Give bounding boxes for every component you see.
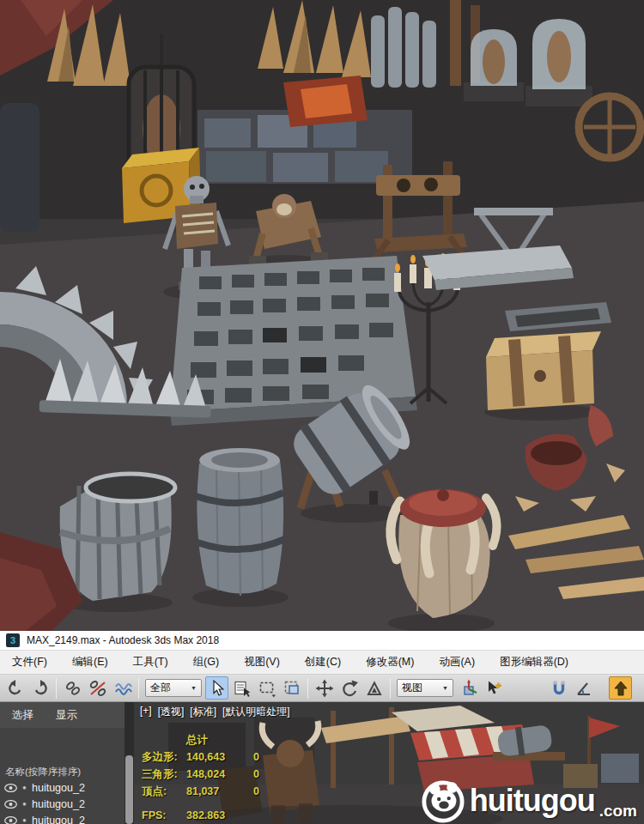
- menu-item-animation[interactable]: 动画(A): [439, 655, 475, 670]
- app-window: 3 MAX_2149.max - Autodesk 3ds Max 2018 文…: [0, 0, 644, 824]
- stats-value: 140,643: [186, 748, 253, 766]
- fps-label: FPS:: [142, 807, 186, 824]
- space-warp-icon: [113, 679, 132, 698]
- name-sort-header[interactable]: 名称(按降序排序): [5, 766, 81, 779]
- object-name: huitugou_2: [32, 798, 85, 810]
- angle-snap-icon: [574, 679, 593, 698]
- object-dot-icon: ●: [21, 784, 28, 791]
- undo-button[interactable]: [3, 676, 27, 700]
- rectangular-selection-region-button[interactable]: [255, 676, 278, 700]
- chest: [484, 331, 601, 421]
- select-by-name-button[interactable]: [230, 676, 253, 700]
- window-title: MAX_2149.max - Autodesk 3ds Max 2018: [27, 634, 219, 646]
- selection-filter-dropdown[interactable]: 全部 ▼: [145, 679, 202, 697]
- menu-bar: 文件(F) 编辑(E) 工具(T) 组(G) 视图(V) 创建(C) 修改器(M…: [0, 651, 644, 675]
- render-scene-graphic: [0, 0, 644, 631]
- scrollbar-thumb[interactable]: [125, 755, 133, 824]
- stats-label: 多边形:: [142, 748, 186, 766]
- stats-extra: 0: [253, 748, 259, 766]
- menu-item-graph-editors[interactable]: 图形编辑器(D): [500, 655, 568, 670]
- bind-to-space-warp-button[interactable]: [111, 676, 134, 700]
- menu-item-modifiers[interactable]: 修改器(M): [366, 655, 414, 670]
- stats-row-verts: 顶点: 81,037 0: [142, 783, 259, 800]
- toolbar-separator: [307, 678, 308, 699]
- angle-snap-toggle-button[interactable]: [572, 676, 595, 700]
- manipulate-icon: [484, 679, 503, 698]
- menu-item-create[interactable]: 创建(C): [305, 655, 341, 670]
- fps-value: 382.863: [186, 807, 253, 824]
- visibility-eye-icon[interactable]: [4, 800, 17, 809]
- viewport-pov-menu[interactable]: [透视]: [158, 705, 185, 719]
- tab-display[interactable]: 显示: [56, 708, 77, 723]
- stats-label: 三角形:: [142, 766, 186, 783]
- snaps-toggle-button[interactable]: [547, 676, 570, 700]
- object-dot-icon: ●: [21, 800, 28, 808]
- reference-coordinate-dropdown[interactable]: 视图 ▼: [397, 679, 453, 697]
- object-dot-icon: ●: [21, 816, 28, 824]
- render-preview-image: [0, 0, 644, 631]
- viewport-label-bar: [+] [透视] [标准] [默认明暗处理]: [140, 705, 290, 719]
- move-icon: [315, 679, 334, 698]
- scene-explorer-scrollbar[interactable]: [125, 702, 134, 824]
- pivot-center-icon: [459, 679, 478, 698]
- stats-row-tris: 三角形: 148,024 0: [142, 766, 259, 783]
- use-pivot-point-center-button[interactable]: [457, 676, 480, 700]
- stats-value: 148,024: [186, 766, 253, 783]
- select-cursor-icon: [208, 679, 227, 698]
- watermark-tld: .com: [599, 802, 637, 821]
- object-name: huitugou_2: [32, 815, 85, 824]
- stats-row-fps: FPS: 382.863: [142, 807, 259, 824]
- scene-object-list: ● huitugou_2 ● huitugou_2 ● huitugou_2: [0, 779, 125, 824]
- reference-coordinate-value: 视图: [402, 681, 422, 695]
- unlink-selection-button[interactable]: [86, 676, 109, 700]
- select-and-scale-button[interactable]: [362, 676, 386, 700]
- tab-select[interactable]: 选择: [12, 708, 33, 723]
- bear-logo-icon: [421, 779, 465, 823]
- stats-extra: 0: [253, 783, 259, 800]
- toolbar-separator: [390, 678, 391, 699]
- menu-item-file[interactable]: 文件(F): [12, 655, 47, 670]
- menu-item-tools[interactable]: 工具(T): [133, 655, 168, 670]
- menu-item-edit[interactable]: 编辑(E): [72, 655, 108, 670]
- scene-explorer-tabs: 选择 显示: [0, 702, 125, 728]
- stats-label: 顶点:: [142, 783, 186, 800]
- select-and-move-button[interactable]: [313, 676, 336, 700]
- unlink-icon: [88, 679, 107, 698]
- viewport-render-level-menu[interactable]: [标准]: [190, 705, 216, 719]
- link-icon: [64, 679, 82, 698]
- perspective-viewport[interactable]: [+] [透视] [标准] [默认明暗处理] 总计 多边形: 140,643 0…: [134, 702, 644, 824]
- scene-explorer-panel: 选择 显示 名称(按降序排序) ● huitugou_2 ● huitugou_…: [0, 702, 125, 824]
- visibility-eye-icon[interactable]: [4, 784, 17, 792]
- window-crossing-icon: [283, 679, 301, 698]
- watermark: huitugou .com: [421, 779, 637, 823]
- select-and-rotate-button[interactable]: [337, 676, 361, 700]
- viewport-statistics: 总计 多边形: 140,643 0 三角形: 148,024 0 顶点: 81,…: [142, 731, 259, 824]
- stats-extra: 0: [253, 766, 259, 783]
- menu-item-views[interactable]: 视图(V): [244, 655, 280, 670]
- keyboard-shortcut-override-button[interactable]: [609, 676, 632, 700]
- menu-item-group[interactable]: 组(G): [193, 655, 220, 670]
- scale-icon: [365, 679, 384, 698]
- select-object-button[interactable]: [205, 676, 228, 700]
- viewport-general-menu[interactable]: [+]: [140, 705, 152, 719]
- selection-filter-value: 全部: [150, 681, 171, 695]
- toolbar-separator: [56, 678, 57, 699]
- title-bar: 3 MAX_2149.max - Autodesk 3ds Max 2018: [0, 631, 644, 651]
- chevron-down-icon: ▼: [442, 685, 448, 691]
- object-name: huitugou_2: [32, 782, 85, 794]
- viewport-shading-menu[interactable]: [默认明暗处理]: [222, 705, 290, 719]
- stats-value: 81,037: [186, 783, 253, 800]
- window-crossing-toggle-button[interactable]: [280, 676, 303, 700]
- list-item[interactable]: ● huitugou_2: [0, 812, 125, 824]
- select-and-manipulate-button[interactable]: [482, 676, 505, 700]
- barrel-upright: [192, 448, 289, 607]
- redo-button[interactable]: [28, 676, 52, 700]
- select-and-link-button[interactable]: [61, 676, 84, 700]
- chevron-down-icon: ▼: [191, 685, 197, 691]
- visibility-eye-icon[interactable]: [4, 816, 17, 824]
- list-item[interactable]: ● huitugou_2: [0, 779, 125, 796]
- undo-icon: [6, 679, 25, 698]
- app-logo-icon: 3: [6, 633, 20, 647]
- select-by-name-icon: [233, 679, 252, 698]
- list-item[interactable]: ● huitugou_2: [0, 796, 125, 812]
